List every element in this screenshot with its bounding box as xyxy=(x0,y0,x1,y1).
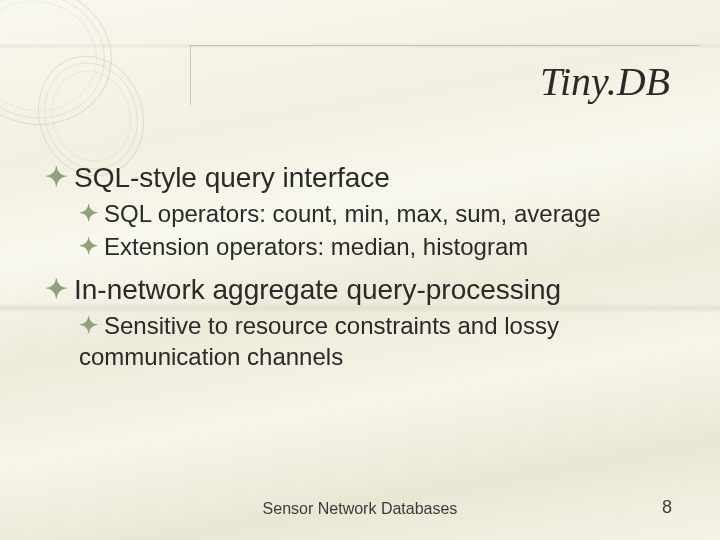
bullet-level2: ✦SQL operators: count, min, max, sum, av… xyxy=(79,199,680,230)
star-icon: ✦ xyxy=(45,273,68,306)
footer-title: Sensor Network Databases xyxy=(0,500,720,518)
bullet-text: SQL operators: count, min, max, sum, ave… xyxy=(104,200,601,227)
star-icon: ✦ xyxy=(79,311,98,340)
slide: Tiny.DB ✦SQL-style query interface ✦SQL … xyxy=(0,0,720,540)
bullet-level1: ✦In-network aggregate query-processing xyxy=(45,272,680,307)
page-number: 8 xyxy=(662,497,672,518)
star-icon: ✦ xyxy=(79,232,98,261)
bullet-text: SQL-style query interface xyxy=(74,162,390,193)
bullet-text: Sensitive to resource constraints and lo… xyxy=(79,312,559,370)
divider-horizontal xyxy=(190,45,700,46)
slide-title: Tiny.DB xyxy=(540,58,670,105)
star-icon: ✦ xyxy=(79,199,98,228)
bullet-level2: ✦Sensitive to resource constraints and l… xyxy=(79,311,680,372)
slide-content: ✦SQL-style query interface ✦SQL operator… xyxy=(45,150,680,375)
star-icon: ✦ xyxy=(45,161,68,194)
bullet-level2: ✦Extension operators: median, histogram xyxy=(79,232,680,263)
decorative-sphere xyxy=(0,0,125,139)
bullet-level1: ✦SQL-style query interface xyxy=(45,160,680,195)
divider-vertical xyxy=(190,45,191,105)
bullet-text: In-network aggregate query-processing xyxy=(74,274,561,305)
bullet-text: Extension operators: median, histogram xyxy=(104,233,528,260)
